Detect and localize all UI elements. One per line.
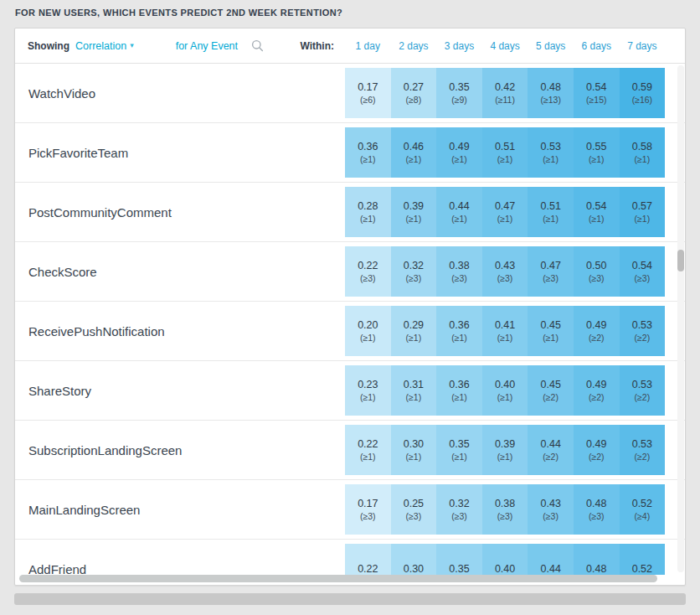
correlation-cell[interactable]: 0.54(≥1) (574, 187, 620, 237)
vertical-scrollbar[interactable] (677, 65, 684, 572)
correlation-cell[interactable]: 0.49(≥2) (574, 365, 620, 416)
correlation-cell[interactable]: 0.45(≥2) (528, 365, 574, 416)
correlation-cell[interactable]: 0.36(≥1) (345, 127, 391, 178)
cell-value: 0.43 (541, 498, 561, 509)
cell-threshold: (≥1) (406, 392, 422, 402)
correlation-cell[interactable]: 0.41(≥1) (482, 306, 528, 356)
column-header-4[interactable]: 4 days (482, 40, 528, 52)
column-header-5[interactable]: 5 days (528, 40, 574, 52)
correlation-cell[interactable]: 0.49(≥2) (574, 306, 620, 356)
horizontal-scrollbar[interactable] (16, 573, 684, 584)
correlation-cell[interactable]: 0.47(≥3) (528, 246, 574, 297)
correlation-cell[interactable]: 0.40 (482, 544, 528, 575)
cell-threshold: (≥3) (497, 511, 513, 521)
cell-value: 0.31 (404, 379, 424, 390)
event-name[interactable]: CheckScore (15, 242, 345, 301)
column-header-6[interactable]: 6 days (574, 40, 620, 52)
correlation-cell[interactable]: 0.51(≥1) (528, 187, 574, 237)
correlation-cell[interactable]: 0.22(≥1) (345, 425, 391, 475)
correlation-cell[interactable]: 0.57(≥1) (620, 187, 666, 237)
correlation-cell[interactable]: 0.31(≥1) (391, 365, 437, 416)
event-name[interactable]: MainLandingScreen (15, 480, 345, 539)
correlation-cell[interactable]: 0.44(≥2) (528, 425, 574, 475)
correlation-cell[interactable]: 0.53(≥2) (620, 425, 666, 475)
event-name[interactable]: ReceivePushNotification (15, 302, 345, 360)
correlation-cell[interactable]: 0.42(≥11) (482, 68, 528, 118)
correlation-cell[interactable]: 0.32(≥3) (436, 484, 482, 535)
correlation-cell[interactable]: 0.39(≥1) (391, 187, 437, 237)
correlation-cell[interactable]: 0.52 (620, 544, 666, 575)
metric-selector[interactable]: Correlation ▾ (75, 40, 134, 52)
correlation-cell[interactable]: 0.48(≥3) (574, 484, 620, 535)
column-header-3[interactable]: 3 days (436, 40, 482, 52)
horizontal-scrollbar-thumb[interactable] (19, 575, 657, 582)
cell-threshold: (≥3) (406, 273, 422, 283)
event-name[interactable]: PostCommunityComment (15, 183, 345, 241)
correlation-cell[interactable]: 0.54(≥15) (574, 68, 620, 118)
correlation-cell[interactable]: 0.55(≥1) (574, 127, 620, 178)
event-name[interactable]: AddFriend (15, 540, 345, 575)
correlation-cell[interactable]: 0.54(≥3) (620, 246, 666, 297)
correlation-cell[interactable]: 0.58(≥1) (620, 127, 666, 178)
cell-threshold: (≥3) (497, 273, 513, 283)
correlation-cell[interactable]: 0.48(≥13) (528, 68, 574, 118)
correlation-cell[interactable]: 0.53(≥2) (620, 365, 666, 416)
correlation-cell[interactable]: 0.49(≥2) (574, 425, 620, 475)
correlation-cell[interactable]: 0.32(≥3) (391, 246, 437, 297)
cell-value: 0.54 (586, 81, 606, 93)
event-name[interactable]: WatchVideo (15, 64, 345, 122)
correlation-cell[interactable]: 0.53(≥1) (528, 127, 574, 178)
correlation-cell[interactable]: 0.25(≥3) (391, 484, 437, 535)
correlation-cell[interactable]: 0.44(≥1) (436, 187, 482, 237)
correlation-cell[interactable]: 0.44 (528, 544, 574, 575)
correlation-cell[interactable]: 0.35(≥9) (436, 68, 482, 118)
correlation-cell[interactable]: 0.38(≥3) (482, 484, 528, 535)
correlation-cell[interactable]: 0.20(≥1) (345, 306, 391, 356)
correlation-cell[interactable]: 0.43(≥3) (482, 246, 528, 297)
vertical-scrollbar-thumb[interactable] (677, 250, 684, 271)
cell-threshold: (≥2) (589, 392, 605, 402)
page-horizontal-scrollbar[interactable] (14, 593, 686, 605)
correlation-cell[interactable]: 0.46(≥1) (391, 127, 437, 178)
correlation-cell[interactable]: 0.22 (345, 544, 391, 575)
correlation-cell[interactable]: 0.39(≥1) (482, 425, 528, 475)
correlation-cell[interactable]: 0.36(≥1) (436, 306, 482, 356)
correlation-cell[interactable]: 0.17(≥3) (345, 484, 391, 535)
correlation-cell[interactable]: 0.43(≥3) (528, 484, 574, 535)
correlation-cell[interactable]: 0.22(≥3) (345, 246, 391, 297)
event-name[interactable]: PickFavoriteTeam (15, 123, 345, 182)
column-header-1[interactable]: 1 day (345, 40, 391, 52)
correlation-cell[interactable]: 0.51(≥1) (482, 127, 528, 178)
correlation-cell[interactable]: 0.23(≥1) (345, 365, 391, 416)
correlation-cell[interactable]: 0.29(≥1) (391, 306, 437, 356)
cell-value: 0.44 (541, 438, 561, 450)
cell-value: 0.59 (632, 81, 652, 93)
correlation-cell[interactable]: 0.47(≥1) (482, 187, 528, 237)
correlation-cell[interactable]: 0.49(≥1) (436, 127, 482, 178)
correlation-cell[interactable]: 0.45(≥1) (528, 306, 574, 356)
event-filter-link[interactable]: for Any Event (176, 40, 238, 52)
column-header-2[interactable]: 2 days (391, 40, 437, 52)
event-name[interactable]: SubscriptionLandingScreen (15, 421, 345, 479)
correlation-cell[interactable]: 0.40(≥1) (482, 365, 528, 416)
correlation-cell[interactable]: 0.50(≥3) (574, 246, 620, 297)
search-icon[interactable] (251, 39, 264, 52)
cell-value: 0.23 (358, 379, 378, 390)
correlation-cell[interactable]: 0.27(≥8) (391, 68, 437, 118)
correlation-cell[interactable]: 0.48 (574, 544, 620, 575)
correlation-cell[interactable]: 0.59(≥16) (620, 68, 666, 118)
correlation-cell[interactable]: 0.30 (391, 544, 437, 575)
column-header-7[interactable]: 7 days (620, 40, 666, 52)
event-name[interactable]: ShareStory (15, 361, 345, 420)
correlation-cell[interactable]: 0.35 (436, 544, 482, 575)
correlation-cell[interactable]: 0.28(≥1) (345, 187, 391, 237)
correlation-cell[interactable]: 0.53(≥2) (620, 306, 666, 356)
correlation-cell[interactable]: 0.36(≥1) (436, 365, 482, 416)
cell-value: 0.47 (541, 260, 561, 271)
correlation-cell[interactable]: 0.52(≥4) (620, 484, 666, 535)
correlation-cell[interactable]: 0.30(≥1) (391, 425, 437, 475)
correlation-cell[interactable]: 0.35(≥1) (436, 425, 482, 475)
correlation-cell[interactable]: 0.38(≥3) (436, 246, 482, 297)
cell-value: 0.43 (495, 260, 515, 271)
correlation-cell[interactable]: 0.17(≥6) (345, 68, 391, 118)
